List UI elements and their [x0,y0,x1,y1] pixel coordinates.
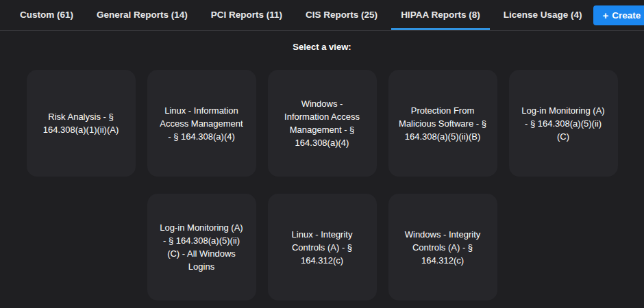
tab-license-usage[interactable]: License Usage (4) [494,0,592,30]
tab-bar: Custom (61) General Reports (14) PCI Rep… [0,0,644,31]
tab-cis-reports[interactable]: CIS Reports (25) [296,0,387,30]
tab-pci-reports[interactable]: PCI Reports (11) [201,0,292,30]
report-view-picker: Select a view: Risk Analysis - § 164.308… [0,42,644,300]
report-card-grid: Risk Analysis - § 164.308(a)(1)(ii)(A) L… [0,70,644,300]
plus-icon: + [602,10,608,21]
report-card-linux-information-access[interactable]: Linux - Information Access Management - … [147,70,256,177]
select-view-heading: Select a view: [0,42,644,52]
tab-custom[interactable]: Custom (61) [10,0,83,30]
create-button-label: Create [612,10,641,21]
create-button[interactable]: + Create [593,5,644,25]
report-card-login-monitoring[interactable]: Log-in Monitoring (A) - § 164.308(a)(5)(… [509,70,618,177]
report-card-linux-integrity-controls[interactable]: Linux - Integrity Controls (A) - § 164.3… [268,194,377,300]
report-card-windows-integrity-controls[interactable]: Windows - Integrity Controls (A) - § 164… [388,194,497,300]
report-card-windows-information-access[interactable]: Windows - Information Access Management … [268,70,377,177]
tab-general-reports[interactable]: General Reports (14) [87,0,197,30]
report-card-protection-malicious-software[interactable]: Protection From Malicious Software - § 1… [388,70,497,177]
tab-hipaa-reports[interactable]: HIPAA Reports (8) [391,0,490,30]
report-card-login-monitoring-all-windows[interactable]: Log-in Monitoring (A) - § 164.308(a)(5)(… [147,194,256,300]
page: { "tabs": [ { "label": "Custom (61)", "a… [0,0,644,308]
report-card-risk-analysis[interactable]: Risk Analysis - § 164.308(a)(1)(ii)(A) [27,70,136,177]
